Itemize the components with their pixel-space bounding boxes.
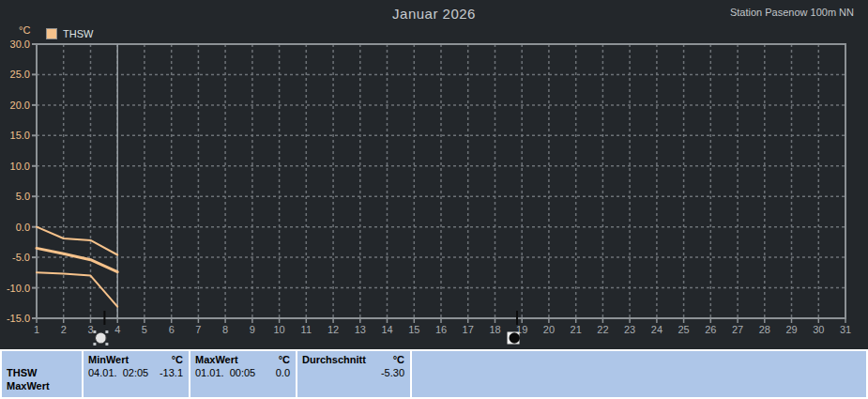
temperature-line-chart: 30.025.020.015.010.05.00.0-5.0-10.0-15.0… bbox=[0, 0, 868, 349]
svg-text:4: 4 bbox=[114, 324, 120, 335]
svg-text:22: 22 bbox=[597, 324, 608, 335]
svg-text:13: 13 bbox=[355, 324, 366, 335]
maxwert-column: MaxWert °C 01.01. 00:05 0.0 bbox=[190, 351, 297, 397]
full-moon-icon bbox=[93, 330, 108, 345]
weather-station-window: Januar 2026 Station Pasenow 100m NN °C T… bbox=[0, 0, 868, 399]
svg-text:24: 24 bbox=[651, 324, 662, 335]
minwert-column: MinWert °C 04.01. 02:05 -13.1 bbox=[84, 351, 190, 397]
maxwert-unit: °C bbox=[279, 353, 290, 366]
summary-empty-area bbox=[412, 351, 866, 397]
thsw-series-line bbox=[37, 248, 117, 271]
series-curve-label: MaxWert bbox=[7, 379, 76, 392]
svg-text:27: 27 bbox=[732, 324, 743, 335]
new-moon-icon bbox=[508, 332, 520, 345]
svg-text:-10.0: -10.0 bbox=[7, 283, 30, 294]
svg-text:25: 25 bbox=[678, 324, 689, 335]
svg-text:-5.0: -5.0 bbox=[12, 252, 30, 263]
svg-text:17: 17 bbox=[463, 324, 474, 335]
svg-text:10: 10 bbox=[273, 324, 284, 335]
summary-table: THSW MaxWert MinWert °C 04.01. 02:05 -13… bbox=[0, 349, 868, 399]
svg-text:30: 30 bbox=[813, 324, 824, 335]
svg-text:26: 26 bbox=[705, 324, 716, 335]
svg-text:3: 3 bbox=[87, 324, 93, 335]
thsw-series-line bbox=[37, 272, 117, 306]
svg-text:18: 18 bbox=[489, 324, 500, 335]
svg-text:31: 31 bbox=[840, 324, 851, 335]
durchschnitt-unit: °C bbox=[393, 353, 404, 366]
minwert-unit: °C bbox=[172, 353, 183, 366]
svg-text:2: 2 bbox=[61, 324, 67, 335]
svg-text:11: 11 bbox=[301, 324, 312, 335]
svg-text:20.0: 20.0 bbox=[10, 100, 30, 111]
svg-text:5: 5 bbox=[142, 324, 147, 335]
minwert-datetime: 04.01. 02:05 bbox=[88, 366, 148, 379]
svg-text:1: 1 bbox=[34, 324, 39, 335]
svg-text:-15.0: -15.0 bbox=[7, 313, 30, 324]
svg-text:10.0: 10.0 bbox=[10, 161, 30, 172]
svg-text:23: 23 bbox=[624, 324, 635, 335]
svg-text:16: 16 bbox=[435, 324, 447, 335]
minwert-header: MinWert bbox=[88, 353, 129, 366]
svg-text:12: 12 bbox=[327, 324, 339, 335]
svg-text:9: 9 bbox=[250, 324, 255, 335]
svg-text:7: 7 bbox=[195, 324, 201, 335]
svg-text:25.0: 25.0 bbox=[10, 69, 30, 80]
maxwert-datetime: 01.01. 00:05 bbox=[195, 366, 255, 379]
svg-text:8: 8 bbox=[222, 324, 228, 335]
maxwert-value: 0.0 bbox=[276, 366, 290, 379]
svg-text:14: 14 bbox=[381, 324, 392, 335]
svg-text:30.0: 30.0 bbox=[10, 38, 30, 50]
svg-text:6: 6 bbox=[169, 324, 175, 335]
svg-text:21: 21 bbox=[571, 324, 582, 335]
maxwert-header: MaxWert bbox=[195, 353, 238, 366]
svg-text:28: 28 bbox=[759, 324, 770, 335]
minwert-value: -13.1 bbox=[160, 366, 183, 379]
durchschnitt-value: -5.30 bbox=[381, 366, 404, 379]
svg-text:20: 20 bbox=[543, 324, 555, 335]
svg-text:15: 15 bbox=[408, 324, 419, 335]
svg-text:0.0: 0.0 bbox=[16, 222, 30, 233]
series-name-label: THSW bbox=[7, 366, 76, 379]
svg-text:15.0: 15.0 bbox=[10, 130, 30, 141]
durchschnitt-column: Durchschnitt °C -5.30 bbox=[297, 351, 412, 397]
summary-row-labels: THSW MaxWert bbox=[2, 351, 84, 397]
durchschnitt-header: Durchschnitt bbox=[302, 353, 366, 366]
svg-text:29: 29 bbox=[785, 324, 797, 335]
svg-text:5.0: 5.0 bbox=[16, 191, 30, 202]
